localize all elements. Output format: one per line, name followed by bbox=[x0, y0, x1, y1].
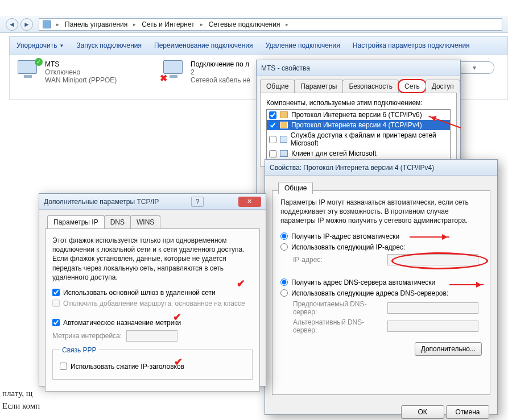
checkbox-disable-class-route: Отключить добавление маршрута, основанно… bbox=[52, 300, 253, 307]
component-checkbox[interactable] bbox=[269, 150, 276, 157]
close-button[interactable]: ✕ bbox=[238, 197, 261, 207]
component-checkbox[interactable] bbox=[269, 111, 276, 119]
radio-label: Использовать следующие адреса DNS-сервер… bbox=[291, 289, 448, 297]
cancel-button[interactable]: Отмена bbox=[446, 405, 489, 419]
metric-input bbox=[126, 330, 177, 342]
field-label: Альтернативный DNS-сервер: bbox=[293, 318, 384, 334]
network-adapter-icon: ✖ bbox=[163, 60, 186, 78]
dns2-input bbox=[387, 321, 478, 332]
group-label: Связь PPP bbox=[60, 346, 99, 354]
tab-access[interactable]: Доступ bbox=[426, 80, 460, 93]
protocol-icon bbox=[280, 111, 288, 118]
tab-network[interactable]: Сеть bbox=[398, 80, 426, 93]
bg-text: плату, щ bbox=[2, 389, 32, 398]
cmd-connection-settings[interactable]: Настройка параметров подключения bbox=[353, 41, 470, 49]
checkbox-label: Использовать основной шлюз в удаленной с… bbox=[63, 289, 216, 297]
window-title-bar[interactable]: MTS - свойства bbox=[257, 60, 460, 76]
radio-manual-dns[interactable]: Использовать следующие адреса DNS-сервер… bbox=[280, 289, 482, 297]
crumb-network-connections[interactable]: Сетевые подключения bbox=[209, 20, 280, 28]
field-interface-metric: Метрика интерфейса: bbox=[52, 330, 253, 342]
cmd-organize[interactable]: Упорядочить▼ bbox=[16, 41, 64, 49]
connection-status: Отключено bbox=[45, 68, 117, 76]
checkbox-input[interactable] bbox=[52, 289, 60, 296]
ok-button[interactable]: ОК bbox=[401, 405, 444, 419]
checkbox-default-gateway[interactable]: Использовать основной шлюз в удаленной с… bbox=[52, 289, 253, 297]
nav-fwd-button[interactable]: ► bbox=[20, 18, 33, 31]
tab-strip: Параметры IP DNS WINS bbox=[45, 213, 260, 228]
component-checkbox[interactable] bbox=[269, 136, 276, 143]
connection-device: Сетевой кабель не bbox=[191, 76, 250, 84]
connection-item-mts[interactable]: ✓ MTS Отключено WAN Miniport (PPPOE) bbox=[18, 60, 117, 84]
connection-status: 2 bbox=[191, 68, 250, 76]
explorer-address-bar: ◄ ► ▸ Панель управления ▸ Сеть и Интерне… bbox=[0, 16, 508, 33]
connection-name: Подключение по л bbox=[191, 60, 250, 68]
cmd-rename-connection[interactable]: Переименование подключения bbox=[154, 41, 253, 49]
tab-security[interactable]: Безопасность bbox=[342, 80, 399, 93]
component-ms-client[interactable]: Клиент для сетей Microsoft bbox=[267, 148, 450, 159]
component-label: Служба доступа к файлам и принтерам сете… bbox=[291, 131, 448, 147]
radio-input[interactable] bbox=[280, 289, 288, 297]
crumb-control-panel[interactable]: Панель управления bbox=[65, 20, 127, 28]
tab-ip-params[interactable]: Параметры IP bbox=[47, 215, 105, 228]
window-title: Дополнительные параметры TCP/IP bbox=[44, 198, 159, 206]
protocol-icon bbox=[280, 122, 288, 128]
checkbox-input bbox=[52, 300, 60, 307]
checkbox-label: Отключить добавление маршрута, основанно… bbox=[63, 300, 245, 307]
radio-manual-ip[interactable]: Использовать следующий IP-адрес: bbox=[280, 243, 482, 251]
component-ipv6[interactable]: Протокол Интернета версии 6 (TCP/IPv6) bbox=[267, 110, 450, 120]
radio-label: Получить IP-адрес автоматически bbox=[291, 232, 399, 240]
window-ipv4-properties: Свойства: Протокол Интернета версии 4 (T… bbox=[265, 159, 498, 415]
advanced-button[interactable]: Дополнительно... bbox=[415, 342, 482, 356]
service-icon bbox=[280, 136, 287, 143]
window-title: Свойства: Протокол Интернета версии 4 (T… bbox=[270, 164, 434, 172]
checkbox-label: Использовать сжатие IP-заголовков bbox=[71, 363, 184, 371]
components-list[interactable]: Протокол Интернета версии 6 (TCP/IPv6) П… bbox=[266, 109, 451, 160]
radio-auto-ip[interactable]: Получить IP-адрес автоматически bbox=[280, 232, 482, 240]
window-title: MTS - свойства bbox=[261, 64, 310, 72]
dns1-input bbox=[387, 302, 478, 314]
tab-general[interactable]: Общие bbox=[278, 182, 313, 194]
field-label: Метрика интерфейса: bbox=[52, 332, 122, 340]
help-button[interactable]: ? bbox=[191, 197, 204, 207]
window-title-bar[interactable]: Свойства: Протокол Интернета версии 4 (T… bbox=[265, 160, 497, 176]
radio-auto-dns[interactable]: Получить адрес DNS-сервера автоматически bbox=[280, 278, 482, 286]
checkbox-auto-metric[interactable]: Автоматическое назначение метрики bbox=[52, 319, 253, 327]
field-label: Предпочитаемый DNS-сервер: bbox=[293, 300, 384, 316]
component-label: Клиент для сетей Microsoft bbox=[291, 149, 377, 157]
components-label: Компоненты, используемые этим подключени… bbox=[266, 99, 451, 107]
tab-strip: Общие Параметры Безопасность Сеть Доступ bbox=[257, 76, 460, 93]
checkbox-input[interactable] bbox=[52, 319, 60, 326]
radio-label: Получить адрес DNS-сервера автоматически bbox=[291, 278, 435, 286]
component-ipv4[interactable]: Протокол Интернета версии 4 (TCP/IPv4) bbox=[267, 120, 450, 130]
component-checkbox[interactable] bbox=[269, 122, 276, 129]
tab-dns[interactable]: DNS bbox=[104, 215, 131, 228]
connection-device: WAN Miniport (PPPOE) bbox=[45, 76, 117, 84]
nav-back-button[interactable]: ◄ bbox=[6, 18, 18, 31]
checkbox-ip-header-compression[interactable]: Использовать сжатие IP-заголовков bbox=[60, 363, 245, 371]
description-text: Этот флажок используется только при одно… bbox=[52, 236, 253, 282]
radio-input[interactable] bbox=[280, 278, 288, 286]
tab-wins[interactable]: WINS bbox=[130, 215, 160, 228]
component-label: Протокол Интернета версии 6 (TCP/IPv6) bbox=[291, 111, 422, 119]
field-dns-preferred: Предпочитаемый DNS-сервер: bbox=[293, 300, 482, 316]
group-ppp: Связь PPP Использовать сжатие IP-заголов… bbox=[52, 346, 253, 380]
field-dns-alt: Альтернативный DNS-сервер: bbox=[293, 318, 482, 334]
window-advanced-tcpip: Дополнительные параметры TCP/IP ? ✕ Пара… bbox=[39, 193, 266, 386]
radio-input[interactable] bbox=[280, 243, 288, 251]
location-icon bbox=[43, 20, 51, 28]
checkbox-input[interactable] bbox=[60, 363, 67, 370]
tab-general[interactable]: Общие bbox=[260, 80, 295, 93]
component-file-service[interactable]: Служба доступа к файлам и принтерам сете… bbox=[267, 130, 450, 148]
connection-item-lan[interactable]: ✖ Подключение по л 2 Сетевой кабель не bbox=[163, 60, 250, 84]
breadcrumb[interactable]: ▸ Панель управления ▸ Сеть и Интернет ▸ … bbox=[39, 18, 502, 31]
cmd-delete-connection[interactable]: Удаление подключения bbox=[266, 41, 340, 49]
radio-input[interactable] bbox=[280, 232, 288, 240]
field-label: IP-адрес: bbox=[293, 256, 384, 264]
cmd-start-connection[interactable]: Запуск подключения bbox=[76, 41, 142, 49]
description-text: Параметры IP могут назначаться автоматич… bbox=[280, 198, 482, 226]
window-title-bar[interactable]: Дополнительные параметры TCP/IP ? ✕ bbox=[39, 194, 266, 210]
crumb-network-internet[interactable]: Сеть и Интернет bbox=[142, 20, 194, 28]
tab-parameters[interactable]: Параметры bbox=[294, 80, 343, 93]
command-bar: Упорядочить▼ Запуск подключения Переимен… bbox=[9, 36, 508, 55]
radio-label: Использовать следующий IP-адрес: bbox=[291, 243, 405, 251]
